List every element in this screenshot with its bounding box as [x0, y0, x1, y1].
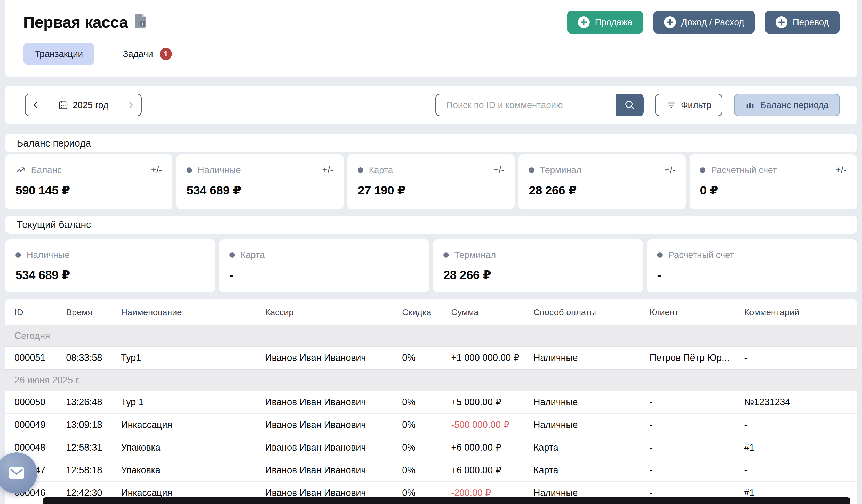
balance-card-value: 0 ₽ — [700, 183, 847, 197]
cell-client: - — [650, 488, 744, 498]
period-selector[interactable]: 2025 год — [46, 94, 121, 116]
table-row[interactable]: 000047 12:58:18 Упаковка Иванов Иван Ива… — [5, 459, 857, 482]
filter-button-label: Фильтр — [681, 100, 711, 110]
toolbar: 2025 год Фильтр — [5, 85, 857, 124]
dot-icon — [529, 168, 534, 173]
prev-period-button[interactable] — [26, 94, 46, 116]
envelope-icon — [9, 467, 24, 479]
income-expense-button[interactable]: Доход / Расход — [653, 11, 755, 34]
calendar-icon — [58, 100, 68, 110]
filter-button[interactable]: Фильтр — [655, 94, 723, 116]
tab-transactions[interactable]: Транзакции — [23, 42, 94, 65]
balance-card: Баланс +/- 590 145 ₽ — [5, 154, 172, 210]
balance-card-label: Баланс — [31, 165, 62, 175]
search-button[interactable] — [616, 94, 644, 116]
cell-cashier: Иванов Иван Иванович — [265, 420, 402, 430]
table-header-row: ID Время Наименование Кассир Скидка Сумм… — [5, 299, 857, 325]
search-icon — [624, 99, 636, 111]
document-info-icon[interactable] — [135, 14, 147, 28]
transactions-table: ID Время Наименование Кассир Скидка Сумм… — [5, 299, 857, 504]
cell-id: 000049 — [14, 420, 66, 430]
cell-payment: Карта — [534, 442, 650, 453]
period-navigator: 2025 год — [25, 94, 142, 116]
plus-icon — [664, 16, 676, 28]
cell-client: Петров Пётр Юр... — [650, 352, 744, 363]
period-balance-toggle-label: Баланс периода — [760, 100, 829, 110]
bottom-dark-bar — [43, 497, 850, 504]
dot-icon — [230, 252, 235, 258]
balance-card-value: - — [230, 268, 419, 282]
col-comment: Комментарий — [744, 307, 848, 317]
cell-comment: #1 — [744, 442, 848, 453]
table-row[interactable]: 000049 13:09:18 Инкассация Иванов Иван И… — [5, 414, 857, 436]
dot-icon — [358, 168, 363, 173]
cell-time: 12:58:18 — [66, 465, 121, 476]
cell-id: 000050 — [14, 397, 66, 408]
plus-minus-control[interactable]: +/- — [493, 164, 504, 175]
balance-card-value: 28 266 ₽ — [529, 183, 676, 197]
sale-button-label: Продажа — [595, 17, 632, 27]
header-actions: Продажа Доход / Расход Перевод — [567, 11, 840, 34]
balance-card-value: 534 689 ₽ — [15, 268, 205, 282]
cell-client: - — [650, 442, 744, 453]
dot-icon — [657, 252, 663, 258]
cell-payment: Наличные — [534, 488, 650, 498]
balance-card-value: - — [657, 268, 847, 282]
tab-tasks-label: Задачи — [123, 49, 153, 59]
cell-amount: +6 000.00 ₽ — [451, 465, 534, 476]
cell-payment: Наличные — [534, 420, 650, 430]
current-balance-cards: Наличные 534 689 ₽ Карта - Терминал 28 2… — [5, 239, 857, 292]
tab-transactions-label: Транзакции — [35, 49, 83, 59]
cell-payment: Наличные — [534, 397, 650, 408]
cell-comment: - — [744, 352, 848, 363]
cell-client: - — [650, 397, 744, 408]
table-row[interactable]: 000051 08:33:58 Тур1 Иванов Иван Иванови… — [5, 347, 857, 369]
col-cashier: Кассир — [265, 307, 402, 317]
dot-icon — [15, 252, 21, 258]
col-amount: Сумма — [451, 307, 534, 317]
table-row[interactable]: 000050 13:26:48 Тур 1 Иванов Иван Иванов… — [5, 391, 857, 414]
balance-card: Наличные +/- 534 689 ₽ — [176, 154, 343, 210]
plus-minus-control[interactable]: +/- — [151, 164, 162, 175]
balance-card-label: Терминал — [455, 250, 496, 260]
balance-card-value: 590 145 ₽ — [15, 183, 162, 197]
cell-time: 12:58:31 — [66, 442, 121, 453]
cell-name: Упаковка — [121, 442, 265, 453]
filter-icon — [666, 100, 677, 110]
cell-payment: Карта — [534, 465, 650, 476]
period-balance-toggle[interactable]: Баланс периода — [734, 94, 840, 116]
plus-minus-control[interactable]: +/- — [322, 164, 333, 175]
dot-icon — [186, 168, 192, 173]
sale-button[interactable]: Продажа — [567, 11, 643, 34]
plus-minus-control[interactable]: +/- — [835, 164, 847, 175]
transfer-button-label: Перевод — [793, 17, 829, 27]
cell-discount: 0% — [402, 465, 451, 476]
balance-card: Расчетный счет +/- 0 ₽ — [690, 154, 857, 210]
tab-tasks[interactable]: Задачи 1 — [123, 42, 172, 65]
balance-card-label: Карта — [240, 250, 265, 260]
cell-time: 13:09:18 — [66, 420, 121, 430]
app-screen: Первая касса Продажа — [0, 0, 862, 504]
period-balance-cards: Баланс +/- 590 145 ₽ Наличные +/- 534 68… — [5, 154, 857, 210]
cell-discount: 0% — [402, 397, 451, 408]
plus-minus-control[interactable]: +/- — [664, 164, 676, 175]
cell-time: 13:26:48 — [66, 397, 121, 408]
col-id: ID — [14, 307, 66, 317]
cell-id: 000048 — [14, 442, 66, 453]
cell-cashier: Иванов Иван Иванович — [265, 465, 402, 476]
col-discount: Скидка — [402, 307, 451, 317]
cell-discount: 0% — [402, 352, 451, 363]
header: Первая касса Продажа — [5, 0, 857, 77]
cell-name: Упаковка — [121, 465, 265, 476]
table-row[interactable]: 000048 12:58:31 Упаковка Иванов Иван Ива… — [5, 436, 857, 459]
trend-up-icon — [15, 165, 25, 175]
search-input[interactable] — [435, 94, 616, 116]
cell-comment: #1 — [744, 488, 848, 498]
period-label: 2025 год — [73, 100, 108, 110]
transfer-button[interactable]: Перевод — [765, 11, 840, 34]
cell-cashier: Иванов Иван Иванович — [265, 488, 402, 498]
cell-cashier: Иванов Иван Иванович — [265, 442, 402, 453]
table-group-row: 26 июня 2025 г. — [5, 369, 857, 391]
next-period-button[interactable] — [121, 94, 141, 116]
col-client: Клиент — [650, 307, 744, 317]
